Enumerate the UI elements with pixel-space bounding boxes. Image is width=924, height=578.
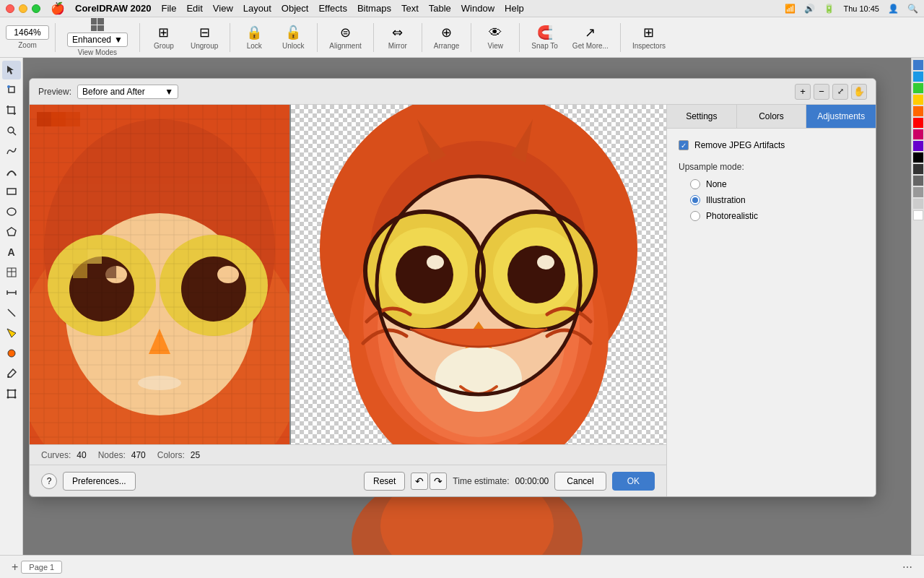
lock-icon: 🔒 <box>246 25 262 40</box>
color-swatch-light-gray[interactable] <box>913 187 923 197</box>
menu-text[interactable]: Text <box>401 3 419 14</box>
view-modes-group[interactable]: Enhanced ▼ View Modes <box>61 17 134 58</box>
color-swatch-yellow[interactable] <box>913 95 923 105</box>
radio-none[interactable] <box>690 179 700 189</box>
maximize-button[interactable] <box>32 4 40 13</box>
color-swatch-blue[interactable] <box>913 60 923 70</box>
toolbar-separator-1 <box>55 23 56 52</box>
svg-point-4 <box>7 208 16 215</box>
undo-button[interactable]: ↶ <box>411 473 428 490</box>
menu-view[interactable]: View <box>213 3 233 14</box>
alignment-button[interactable]: ⊜ Alignment <box>323 23 367 51</box>
connector-tool[interactable] <box>2 303 21 322</box>
mirror-button[interactable]: ⇔ Mirror <box>380 23 416 51</box>
pan-button[interactable]: ✋ <box>851 84 867 100</box>
menu-help[interactable]: Help <box>505 3 524 14</box>
reset-button[interactable]: Reset <box>364 472 405 491</box>
preview-mode-select[interactable]: Before and After ▼ <box>77 85 178 99</box>
zoom-value[interactable]: 1464% <box>6 25 49 40</box>
color-swatch-black[interactable] <box>913 152 923 163</box>
table-tool[interactable] <box>2 263 21 282</box>
polygon-tool[interactable] <box>2 223 21 241</box>
select-tool[interactable] <box>2 61 21 79</box>
inspectors-button[interactable]: ⊞ Inspectors <box>627 23 671 51</box>
radio-none-row: None <box>690 179 864 189</box>
search-icon[interactable]: 🔍 <box>907 4 918 14</box>
text-tool[interactable]: A <box>2 243 21 262</box>
tab-adjustments[interactable]: Adjustments <box>806 105 876 128</box>
redo-button[interactable]: ↷ <box>430 473 447 490</box>
menu-window[interactable]: Window <box>461 3 494 14</box>
ellipse-tool[interactable] <box>2 202 21 221</box>
color-swatch-white[interactable] <box>913 210 923 220</box>
ok-button[interactable]: OK <box>612 472 655 491</box>
tab-colors[interactable]: Colors <box>737 105 807 128</box>
cancel-button[interactable]: Cancel <box>554 472 606 491</box>
color-swatch-light-blue[interactable] <box>913 72 923 82</box>
color-swatch-pink[interactable] <box>913 129 923 139</box>
preferences-button[interactable]: Preferences... <box>63 472 136 491</box>
apple-menu[interactable]: 🍎 <box>51 1 65 15</box>
tab-settings[interactable]: Settings <box>667 105 737 128</box>
eyedropper-tool[interactable] <box>2 364 21 383</box>
lock-button[interactable]: 🔒 Lock <box>236 23 272 51</box>
svg-point-98 <box>537 255 554 269</box>
ungroup-button[interactable]: ⊟ Ungroup <box>185 23 224 51</box>
zoom-out-button[interactable]: − <box>814 84 829 100</box>
snap-to-icon: 🧲 <box>537 25 553 40</box>
help-button[interactable]: ? <box>41 473 57 489</box>
close-button[interactable] <box>6 4 14 13</box>
zoom-tool[interactable] <box>2 121 21 140</box>
svg-point-17 <box>14 389 16 392</box>
unlock-icon: 🔓 <box>285 25 301 40</box>
color-swatch-green[interactable] <box>913 83 923 93</box>
interactive-fill-tool[interactable] <box>2 324 21 342</box>
color-swatch-orange[interactable] <box>913 106 923 116</box>
add-page-button[interactable]: + <box>12 561 18 574</box>
color-swatch-red[interactable] <box>913 118 923 128</box>
menu-file[interactable]: File <box>161 3 176 14</box>
smart-fill-tool[interactable] <box>2 344 21 363</box>
menu-coreldraw[interactable]: CorelDRAW 2020 <box>75 3 151 14</box>
color-swatch-purple[interactable] <box>913 141 923 151</box>
preview-zoom-buttons: + − ⤢ ✋ <box>795 84 867 100</box>
arrange-button[interactable]: ⊕ Arrange <box>428 23 466 51</box>
color-swatch-dark-gray[interactable] <box>913 164 923 174</box>
menu-bitmaps[interactable]: Bitmaps <box>357 3 391 14</box>
svg-line-2 <box>13 132 16 135</box>
svg-point-18 <box>6 397 9 399</box>
view-modes-label: View Modes <box>78 48 117 56</box>
rectangle-tool[interactable] <box>2 182 21 201</box>
enhanced-dropdown[interactable]: Enhanced ▼ <box>67 33 128 47</box>
view-button[interactable]: 👁 View <box>477 24 513 51</box>
color-swatch-silver[interactable] <box>913 199 923 209</box>
toolbar-separator-2 <box>139 23 140 52</box>
radio-illustration[interactable] <box>690 195 700 205</box>
shape-tool[interactable] <box>2 81 21 100</box>
zoom-fit-button[interactable]: ⤢ <box>832 84 848 100</box>
menu-object[interactable]: Object <box>282 3 309 14</box>
artistic-media-tool[interactable] <box>2 162 21 181</box>
group-button[interactable]: ⊞ Group <box>146 23 182 51</box>
inspectors-label: Inspectors <box>632 42 666 50</box>
minimize-button[interactable] <box>19 4 27 13</box>
remove-jpeg-artifacts-checkbox[interactable]: ✓ <box>679 140 689 150</box>
color-swatch-gray[interactable] <box>913 176 923 186</box>
menu-edit[interactable]: Edit <box>186 3 202 14</box>
get-more-button[interactable]: ↗ Get More... <box>567 23 614 51</box>
unlock-button[interactable]: 🔓 Unlock <box>275 23 311 51</box>
menu-table[interactable]: Table <box>429 3 451 14</box>
dimension-tool[interactable] <box>2 283 21 302</box>
main-area: A <box>0 58 924 555</box>
preview-before <box>30 105 289 444</box>
crop-tool[interactable] <box>2 101 21 120</box>
more-pages-icon[interactable]: ⋯ <box>902 561 912 573</box>
freehand-tool[interactable] <box>2 142 21 160</box>
zoom-in-button[interactable]: + <box>795 84 811 100</box>
menu-layout[interactable]: Layout <box>243 3 271 14</box>
page-1-tab[interactable]: Page 1 <box>21 561 62 574</box>
radio-photorealistic[interactable] <box>690 211 700 221</box>
menu-effects[interactable]: Effects <box>318 3 347 14</box>
transform-tool[interactable] <box>2 384 21 403</box>
snap-to-button[interactable]: 🧲 Snap To <box>526 23 564 51</box>
